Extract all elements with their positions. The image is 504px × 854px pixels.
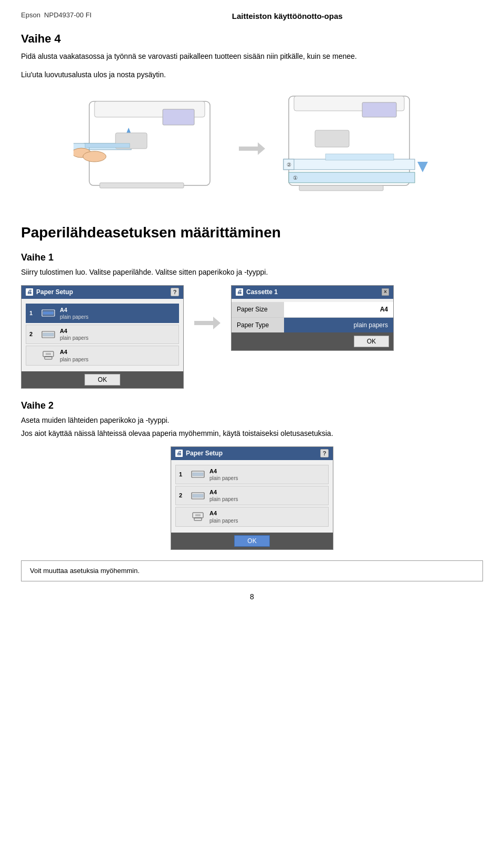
source-info-3: A4 plain papers (60, 348, 88, 362)
header-brand: Epson NPD4937-00 FI (21, 11, 91, 20)
paper-source-2-row-1[interactable]: 1 A4 plain papers (175, 465, 329, 484)
cassette-footer: OK (232, 332, 393, 350)
cassette-icon-1 (41, 308, 56, 318)
step4-arrow (236, 141, 268, 157)
svg-rect-28 (43, 333, 54, 336)
cassette-paper-type-label: Paper Type (232, 318, 284, 333)
printer-left-illus (74, 91, 231, 206)
step4-text1: Pidä alusta vaakatasossa ja työnnä se va… (21, 51, 452, 62)
svg-marker-23 (417, 162, 428, 172)
printer-2-tray-icon (191, 512, 205, 522)
paper-setup-2-title: Paper Setup (186, 449, 223, 458)
step4-illustrations: ② ① (21, 91, 483, 206)
note-box: Voit muuttaa asetuksia myöhemmin. (21, 560, 483, 581)
source-2-size-1: A4 (209, 467, 238, 475)
cassette-close-btn[interactable]: × (382, 288, 389, 296)
svg-rect-30 (45, 357, 52, 359)
svg-rect-10 (85, 143, 130, 148)
printer-icon: 🖨 (26, 288, 33, 296)
cassette-2-icon-1 (191, 469, 205, 480)
source-info-1: A4 plain papers (60, 306, 88, 320)
cassette-title: Cassette 1 (246, 288, 278, 297)
cassette-dialog: 🖨 Cassette 1 × Paper Size A4 Paper Type … (231, 285, 394, 351)
paper-setup-help-btn[interactable]: ? (171, 288, 179, 296)
source-info-2: A4 plain papers (60, 327, 88, 341)
paper-setup-dialog: 🖨 Paper Setup ? 1 A4 (21, 285, 184, 389)
paper-setup-dialog-2: 🖨 Paper Setup ? 1 A4 (171, 446, 333, 550)
svg-rect-15 (362, 102, 396, 117)
svg-rect-40 (195, 514, 201, 516)
page-number: 8 (21, 592, 483, 602)
step2-text1: Aseta muiden lähteiden paperikoko ja -ty… (21, 415, 483, 426)
cassette-ok-btn[interactable]: OK (354, 336, 389, 347)
paper-source-2-row-3[interactable]: A4 plain papers (175, 507, 329, 526)
printer-icon-2: 🖨 (175, 450, 183, 457)
cassette-paper-type-value: plain papers (284, 318, 393, 333)
cassette-2-icon-2 (191, 491, 205, 501)
step4-text2: Liu'uta luovutusalusta ulos ja nosta pys… (21, 70, 452, 80)
source-2-number-2: 2 (179, 492, 186, 499)
source-2-size-2: A4 (209, 488, 238, 496)
step1-dialogs-row: 🖨 Paper Setup ? 1 A4 (21, 285, 483, 389)
source-size-1: A4 (60, 306, 88, 314)
source-2-size-3: A4 (209, 509, 238, 517)
paper-setup-ok-btn[interactable]: OK (85, 374, 120, 386)
cassette-paper-size-value: A4 (284, 302, 393, 317)
paper-source-2-row-2[interactable]: 2 A4 plain papers (175, 486, 329, 505)
cassette-printer-icon: 🖨 (236, 288, 243, 296)
section-paper-title: Paperilähdeasetuksen määrittäminen (21, 222, 483, 243)
paper-setup-2-titlebar: 🖨 Paper Setup ? (171, 447, 333, 460)
paper-source-row-3[interactable]: A4 plain papers (26, 346, 179, 365)
svg-rect-35 (193, 473, 203, 476)
svg-rect-9 (100, 183, 184, 188)
svg-rect-37 (193, 494, 203, 497)
svg-marker-33 (213, 317, 220, 329)
header-title: Laitteiston käyttöönotto-opas (91, 11, 483, 22)
svg-text:①: ① (293, 175, 298, 181)
dialog-arrow (194, 317, 220, 332)
svg-rect-20 (326, 154, 394, 160)
source-2-info-1: A4 plain papers (209, 467, 238, 482)
paper-setup-footer: OK (22, 371, 183, 388)
source-2-type-2: plain papers (209, 496, 238, 503)
svg-rect-31 (46, 353, 51, 355)
svg-rect-6 (163, 109, 194, 125)
paper-setup-2-body: 1 A4 plain papers 2 (171, 460, 333, 533)
paper-setup-2-footer: OK (171, 533, 333, 549)
svg-rect-11 (239, 147, 258, 151)
source-2-info-3: A4 plain papers (209, 509, 238, 524)
svg-rect-26 (43, 311, 54, 315)
source-number-3 (29, 351, 37, 359)
svg-text:②: ② (287, 162, 291, 168)
svg-rect-24 (299, 185, 383, 191)
svg-rect-16 (315, 130, 349, 147)
step2-heading: Vaihe 2 (21, 399, 483, 412)
note-text: Voit muuttaa asetuksia myöhemmin. (30, 567, 140, 575)
cassette-paper-size-label: Paper Size (232, 302, 284, 317)
paper-source-row-2[interactable]: 2 A4 plain papers (26, 325, 179, 344)
step4-heading: Vaihe 4 (21, 31, 483, 47)
paper-setup-titlebar: 🖨 Paper Setup ? (22, 286, 183, 299)
paper-setup-title: Paper Setup (36, 288, 73, 297)
source-number-1: 1 (29, 309, 37, 317)
step1-heading: Vaihe 1 (21, 251, 483, 264)
svg-rect-21 (289, 172, 415, 183)
cassette-titlebar: 🖨 Cassette 1 × (232, 286, 393, 299)
step2-dialog-wrap: 🖨 Paper Setup ? 1 A4 (21, 446, 483, 550)
step1-text: Siirry tulostimen luo. Valitse paperiläh… (21, 267, 483, 278)
source-2-number-3 (179, 513, 186, 520)
paper-setup-2-help-btn[interactable]: ? (320, 449, 329, 457)
source-size-2: A4 (60, 327, 88, 335)
paper-setup-body: 1 A4 plain papers 2 (22, 299, 183, 371)
cassette-icon-2 (41, 329, 56, 340)
printer-right-illus: ② ① (273, 91, 430, 206)
source-2-number-1: 1 (179, 471, 186, 478)
paper-source-row-1[interactable]: 1 A4 plain papers (26, 304, 179, 323)
source-type-1: plain papers (60, 314, 88, 320)
header: Epson NPD4937-00 FI Laitteiston käyttöön… (21, 11, 483, 22)
source-type-3: plain papers (60, 356, 88, 363)
cassette-paper-type-row: Paper Type plain papers (232, 318, 393, 333)
paper-setup-2-ok-btn[interactable]: OK (234, 535, 269, 547)
source-number-2: 2 (29, 330, 37, 338)
svg-point-8 (83, 151, 106, 162)
